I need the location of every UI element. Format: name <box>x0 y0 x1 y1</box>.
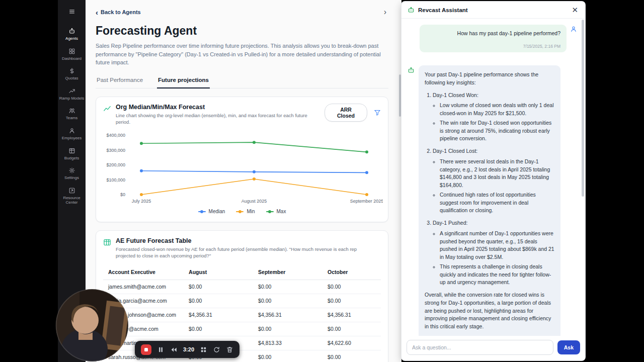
table-cell: $4,356.31 <box>323 308 381 322</box>
sidebar-item-ramp-models[interactable]: Ramp Models <box>59 87 85 101</box>
main-content: ‹ Back to Agents › Forecasting Agent Sal… <box>86 0 401 362</box>
budgets-icon <box>68 147 75 154</box>
discard-button[interactable] <box>226 346 233 353</box>
table-cell: $0.00 <box>323 322 381 336</box>
grid-icon <box>200 346 207 353</box>
insight-section-title: Day-1 Closed Lost: <box>433 148 477 154</box>
chart-title: Org Median/Min/Max Forecast <box>116 104 320 111</box>
table-header-row: Account ExecutiveAugustSeptemberOctober <box>103 264 381 280</box>
webcam-overlay <box>55 289 129 362</box>
chart-card: Org Median/Min/Max Forecast Line chart s… <box>96 97 388 223</box>
sidebar-item-label: Ramp Models <box>59 96 84 101</box>
topbar: ‹ Back to Agents › <box>96 8 388 16</box>
assistant-message: Your past Day-1 pipeline performance sho… <box>419 65 560 336</box>
user-message-timestamp: 7/15/2025, 2:16 PM <box>426 44 560 49</box>
back-link-label: Back to Agents <box>101 9 141 15</box>
insight-section: Day-1 Closed Lost:There were several los… <box>433 147 554 215</box>
assistant-header: Revcast Assistant ✕ <box>401 2 585 19</box>
assistant-intro: Your past Day-1 pipeline performance sho… <box>425 71 554 87</box>
sidebar-item-label: Resource Center <box>59 196 85 205</box>
stop-icon <box>144 348 148 351</box>
recording-time: 3:20 <box>183 346 194 352</box>
pause-icon <box>157 346 165 353</box>
column-header: August <box>184 264 253 280</box>
legend-item-min[interactable]: Min <box>236 209 255 214</box>
stop-recording-button[interactable] <box>141 344 151 355</box>
back-to-agents-link[interactable]: ‹ Back to Agents <box>96 9 141 16</box>
refresh-icon <box>213 346 220 353</box>
table-row: emily.lee@acme.com$0.00$0.00$0.00 <box>103 322 381 336</box>
page-description: Sales Rep Pipeline performance over time… <box>96 42 388 67</box>
table-cell: $4,356.31 <box>184 308 253 322</box>
legend-item-median[interactable]: Median <box>198 209 225 214</box>
app-window: AgentsDashboardQuotasRamp ModelsTeamsEmp… <box>58 0 586 362</box>
sidebar-item-label: Budgets <box>64 156 79 161</box>
chart-card-header: Org Median/Min/Max Forecast Line chart s… <box>103 104 381 126</box>
table-cell: $0.00 <box>184 280 253 294</box>
column-header: September <box>253 264 323 280</box>
table-cell: $0.00 <box>253 322 323 336</box>
menu-button[interactable] <box>66 6 77 17</box>
insight-bullet: This represents a challenge in closing d… <box>440 263 554 287</box>
sidebar-item-label: Quotas <box>65 76 78 81</box>
table-cell: $4,356.31 <box>253 308 323 322</box>
restart-button[interactable] <box>170 346 178 353</box>
forecast-line-chart: $0$100,000$200,000$300,000$400,000July 2… <box>103 130 381 208</box>
close-icon[interactable]: ✕ <box>571 6 579 14</box>
filter-icon[interactable] <box>374 109 381 116</box>
svg-text:$200,000: $200,000 <box>106 162 125 167</box>
sidebar-nav: AgentsDashboardQuotasRamp ModelsTeamsEmp… <box>59 21 85 205</box>
table-cell: $4,622.60 <box>323 336 381 350</box>
ask-button[interactable]: Ask <box>557 340 580 354</box>
resource-icon <box>68 187 75 194</box>
tab-future-projections[interactable]: Future projections <box>157 77 210 88</box>
table-row: james.smith@acme.com$0.00$0.00$0.00 <box>103 280 381 294</box>
table-cell: $0.00 <box>323 280 381 294</box>
screen: AgentsDashboardQuotasRamp ModelsTeamsEmp… <box>0 0 644 362</box>
sidebar-item-teams[interactable]: Teams <box>59 107 85 121</box>
ask-input[interactable] <box>407 340 553 355</box>
assistant-message-row: Your past Day-1 pipeline performance sho… <box>408 65 577 336</box>
insight-bullet: Low volume of closed won deals with only… <box>440 102 554 118</box>
table-cell: $0.00 <box>253 294 323 308</box>
line-chart-icon <box>103 105 111 113</box>
blur-button[interactable] <box>200 346 207 353</box>
main-scrollbar[interactable] <box>399 74 401 117</box>
table-subtitle: Forecasted closed-won revenue by AE for … <box>116 246 370 259</box>
sidebar-item-quotas[interactable]: Quotas <box>59 67 85 81</box>
sidebar-item-dashboard[interactable]: Dashboard <box>59 48 85 61</box>
pause-button[interactable] <box>157 346 165 353</box>
chevron-left-icon: ‹ <box>96 9 98 16</box>
insight-bullet: There were several lost deals in the Day… <box>440 158 554 190</box>
insight-section-title: Day-1 Closed Won: <box>433 92 478 98</box>
legend-item-max[interactable]: Max <box>266 209 286 214</box>
arr-closed-button[interactable]: ARR Closed <box>325 104 367 122</box>
sidebar-item-label: Dashboard <box>62 56 82 61</box>
assistant-title: Revcast Assistant <box>418 7 468 13</box>
svg-text:July 2025: July 2025 <box>132 199 151 204</box>
sidebar-item-employees[interactable]: Employees <box>59 127 85 141</box>
recorder-toolbar: 3:20 <box>135 341 239 358</box>
tab-past-performance[interactable]: Past Performance <box>96 77 144 88</box>
insight-bullet: The win rate for Day-1 closed won opport… <box>440 119 554 143</box>
table-cell: $0.00 <box>184 322 253 336</box>
sidebar-item-label: Employees <box>62 136 82 141</box>
sidebar-item-resource-center[interactable]: Resource Center <box>59 187 85 205</box>
page-title: Forecasting Agent <box>96 24 388 38</box>
message-area: How has my past day-1 pipeline performed… <box>401 19 585 336</box>
chevron-right-icon[interactable]: › <box>382 8 388 16</box>
table-title: AE Future Forecast Table <box>116 237 370 244</box>
hamburger-icon <box>68 8 75 15</box>
chat-scrollbar[interactable] <box>582 20 584 197</box>
tab-bar: Past PerformanceFuture projections <box>96 77 388 88</box>
table-icon <box>103 238 111 246</box>
quotas-icon <box>68 67 75 74</box>
sidebar-item-budgets[interactable]: Budgets <box>59 147 85 161</box>
sidebar-item-agents[interactable]: Agents <box>59 28 85 41</box>
svg-text:$300,000: $300,000 <box>106 148 125 153</box>
sidebar-item-settings[interactable]: Settings <box>59 167 85 180</box>
ask-bar: Ask <box>401 336 585 360</box>
table-row: michael.johnson@acme.com$4,356.31$4,356.… <box>103 308 381 322</box>
restart-recording-button[interactable] <box>213 346 220 353</box>
user-message: How has my past day-1 pipeline performed… <box>420 25 567 52</box>
